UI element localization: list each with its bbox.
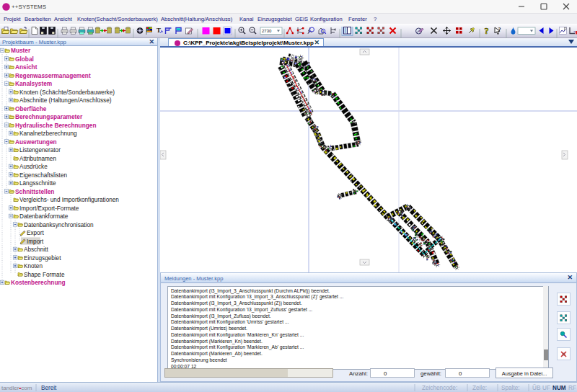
svg-text:Abschnitte (Haltungen/Anschlüs: Abschnitte (Haltungen/Anschlüsse) [19,97,112,104]
svg-text:Datenbankformate: Datenbankformate [19,213,69,220]
svg-text:?: ? [485,27,489,36]
svg-text:Hydraulische Berechnungen: Hydraulische Berechnungen [15,122,97,129]
svg-text:Knoten: Knoten [24,263,43,270]
svg-text:Schnittstellen: Schnittstellen [15,188,54,195]
svg-text:Einzugsgebiet: Einzugsgebiet [24,255,61,262]
svg-text:Muster: Muster [11,47,31,54]
svg-text:Abschnitt: Abschnitt [24,246,48,253]
svg-text:Attributnamen: Attributnamen [19,156,56,162]
svg-text:Regenwassermanagement: Regenwassermanagement [15,72,91,79]
svg-text:Ansicht: Ansicht [15,63,38,71]
svg-text:Ausdrücke: Ausdrücke [19,164,48,170]
svg-text:Eigenschaftslisten: Eigenschaftslisten [19,172,67,179]
svg-text:Oberfläche: Oberfläche [15,105,47,112]
svg-text:Auswertungen: Auswertungen [15,138,57,146]
svg-text:Knoten (Schächte/Sonderbauwerk: Knoten (Schächte/Sonderbauwerke) [19,89,115,96]
svg-text:2730: 2730 [262,29,272,33]
svg-text:?: ? [498,27,501,33]
svg-text:Vergleichs- und Importkonfigur: Vergleichs- und Importkonfigurationen [19,197,119,203]
svg-text:Datenbanksynchronisation: Datenbanksynchronisation [24,222,94,228]
svg-text:Shape Formate: Shape Formate [24,272,65,278]
svg-text:Kanalnetzberechnung: Kanalnetzberechnung [19,130,77,137]
svg-text:Export: Export [27,230,44,236]
svg-text:Kostenberechnung: Kostenberechnung [11,279,66,286]
svg-text:Global: Global [15,55,34,63]
svg-text:Kanalsystem: Kanalsystem [15,80,52,87]
svg-text:Berechnungsparameter: Berechnungsparameter [15,113,83,120]
svg-text:Listengenerator: Listengenerator [19,147,61,153]
svg-text:Import/Export-Formate: Import/Export-Formate [19,205,79,212]
svg-text:Import: Import [27,239,44,245]
svg-text:Längsschnitte: Längsschnitte [19,180,56,187]
